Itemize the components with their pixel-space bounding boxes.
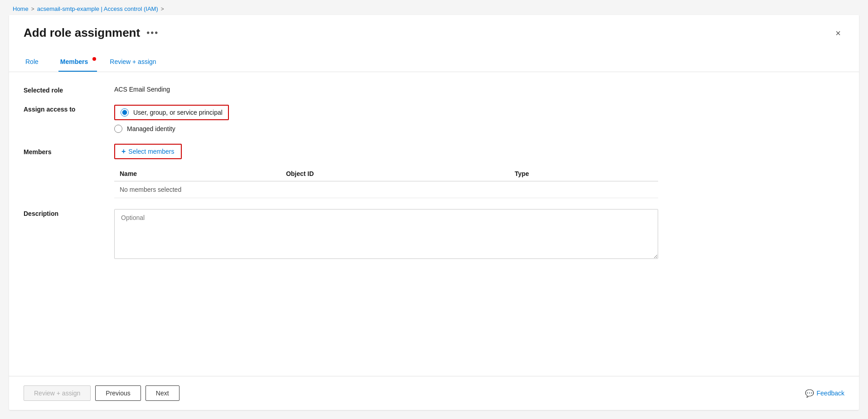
description-label: Description: [24, 209, 114, 217]
radio-user-group-label: User, group, or service principal: [133, 109, 223, 116]
members-label: Members: [24, 147, 114, 156]
members-row: Members + Select members Name Object ID: [24, 144, 844, 198]
members-table-area: Name Object ID Type No members selected: [114, 166, 658, 198]
panel-header: Add role assignment ••• ×: [9, 15, 859, 40]
tab-review[interactable]: Review + assign: [108, 54, 165, 72]
description-textarea[interactable]: [114, 209, 658, 259]
radio-managed-identity-item: Managed identity: [114, 125, 229, 133]
col-type: Type: [509, 166, 658, 181]
page-wrapper: Home > acsemail-smtp-example | Access co…: [0, 0, 868, 419]
radio-user-group-highlighted: User, group, or service principal: [114, 105, 229, 120]
assign-access-label: Assign access to: [24, 105, 114, 113]
tab-members-dot: [92, 57, 96, 61]
col-name: Name: [114, 166, 281, 181]
feedback-icon: 💬: [805, 389, 814, 398]
tab-role[interactable]: Role: [24, 54, 48, 72]
feedback-label: Feedback: [817, 390, 844, 397]
plus-icon: +: [121, 147, 126, 156]
table-header-row: Name Object ID Type: [114, 166, 658, 181]
breadcrumb-home[interactable]: Home: [13, 5, 29, 12]
panel-content: Selected role ACS Email Sending Assign a…: [9, 72, 859, 376]
assign-access-row: Assign access to User, group, or service…: [24, 105, 844, 133]
radio-user-group[interactable]: [121, 108, 129, 117]
main-panel: Add role assignment ••• × Role Members R…: [9, 15, 859, 410]
tabs-bar: Role Members Review + assign: [9, 44, 859, 72]
close-button[interactable]: ×: [832, 27, 844, 39]
breadcrumb: Home > acsemail-smtp-example | Access co…: [0, 0, 868, 15]
description-row: Description: [24, 209, 844, 259]
radio-managed-identity[interactable]: [114, 125, 122, 133]
members-table: Name Object ID Type No members selected: [114, 166, 658, 198]
radio-managed-identity-label: Managed identity: [127, 125, 175, 132]
empty-message: No members selected: [114, 181, 658, 198]
breadcrumb-sep2: >: [161, 6, 164, 12]
footer-left-buttons: Review + assign Previous Next: [24, 385, 179, 401]
tab-members[interactable]: Members: [58, 54, 97, 72]
select-members-button[interactable]: + Select members: [114, 144, 182, 159]
table-empty-row: No members selected: [114, 181, 658, 198]
more-options-icon[interactable]: •••: [146, 28, 159, 38]
assign-access-options: User, group, or service principal Manage…: [114, 105, 229, 133]
selected-role-label: Selected role: [24, 86, 114, 94]
review-assign-button: Review + assign: [24, 385, 91, 401]
selected-role-value: ACS Email Sending: [114, 86, 170, 93]
breadcrumb-sep1: >: [31, 6, 34, 12]
select-members-btn-label: Select members: [128, 148, 174, 155]
panel-footer: Review + assign Previous Next 💬 Feedback: [9, 376, 859, 410]
page-title: Add role assignment: [24, 26, 140, 40]
next-button[interactable]: Next: [145, 385, 179, 401]
col-object-id: Object ID: [281, 166, 509, 181]
feedback-button[interactable]: 💬 Feedback: [805, 389, 844, 398]
breadcrumb-resource[interactable]: acsemail-smtp-example | Access control (…: [37, 5, 158, 12]
title-area: Add role assignment •••: [24, 26, 159, 40]
selected-role-row: Selected role ACS Email Sending: [24, 86, 844, 94]
previous-button[interactable]: Previous: [95, 385, 141, 401]
